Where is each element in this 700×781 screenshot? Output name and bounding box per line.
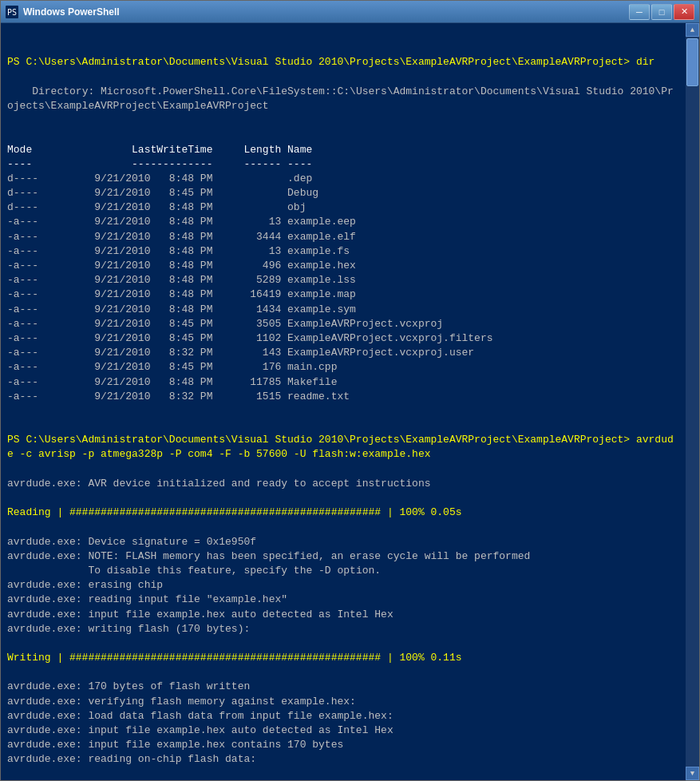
terminal-line <box>7 665 679 680</box>
window-title: Windows PowerShell <box>23 6 629 18</box>
terminal-line: avrdude.exe: NOTE: FLASH memory has been… <box>7 549 679 564</box>
terminal-line: Directory: Microsoft.PowerShell.Core\Fil… <box>7 85 679 113</box>
terminal-line: avrdude.exe: reading on-chip flash data: <box>7 752 679 767</box>
terminal-line: avrdude.exe: 170 bytes of flash written <box>7 680 679 694</box>
terminal-line <box>7 128 679 142</box>
terminal-container: PS C:\Users\Administrator\Documents\Visu… <box>1 23 699 780</box>
terminal-line: avrdude.exe: writing flash (170 bytes): <box>7 622 679 636</box>
app-icon: PS <box>6 6 18 18</box>
powershell-window: PS Windows PowerShell ─ □ ✕ PS C:\Users\… <box>0 0 700 781</box>
terminal-line: ---- ------------- ------ ---- <box>7 157 679 172</box>
terminal-line: -a--- 9/21/2010 8:48 PM 13 example.fs <box>7 244 679 259</box>
terminal-line <box>7 418 679 433</box>
terminal-line <box>7 113 679 128</box>
terminal-line: -a--- 9/21/2010 8:32 PM 1515 readme.txt <box>7 390 679 404</box>
terminal-line: -a--- 9/21/2010 8:48 PM 496 example.hex <box>7 259 679 273</box>
terminal-line: -a--- 9/21/2010 8:32 PM 143 ExampleAVRPr… <box>7 346 679 360</box>
terminal-line: avrdude.exe: AVR device initialized and … <box>7 477 679 491</box>
minimize-button[interactable]: ─ <box>629 4 650 20</box>
terminal-line: -a--- 9/21/2010 8:48 PM 16419 example.ma… <box>7 287 679 302</box>
terminal-line: d---- 9/21/2010 8:45 PM Debug <box>7 186 679 200</box>
terminal-line: avrdude.exe: verifying flash memory agai… <box>7 695 679 709</box>
terminal-line: avrdude.exe: load data flash data from i… <box>7 709 679 724</box>
scroll-down-button[interactable]: ▼ <box>686 767 699 780</box>
terminal-line: -a--- 9/21/2010 8:48 PM 11785 Makefile <box>7 375 679 390</box>
terminal-line <box>7 462 679 477</box>
terminal-line: d---- 9/21/2010 8:48 PM obj <box>7 200 679 215</box>
terminal-line: avrdude.exe: erasing chip <box>7 578 679 593</box>
terminal-line: -a--- 9/21/2010 8:48 PM 13 example.eep <box>7 215 679 229</box>
terminal-line: -a--- 9/21/2010 8:48 PM 3444 example.elf <box>7 230 679 244</box>
terminal-line: avrdude.exe: input file example.hex cont… <box>7 738 679 752</box>
terminal-line: avrdude.exe: reading input file "example… <box>7 593 679 607</box>
titlebar: PS Windows PowerShell ─ □ ✕ <box>1 1 699 23</box>
close-button[interactable]: ✕ <box>674 4 694 20</box>
terminal-line <box>7 70 679 85</box>
terminal-line: avrdude.exe: input file example.hex auto… <box>7 724 679 738</box>
terminal-line: PS C:\Users\Administrator\Documents\Visu… <box>7 433 679 462</box>
terminal-line: -a--- 9/21/2010 8:45 PM 1102 ExampleAVRP… <box>7 331 679 346</box>
terminal-line <box>7 520 679 534</box>
terminal-line: Reading | ##############################… <box>7 505 679 520</box>
terminal-line: avrdude.exe: Device signature = 0x1e950f <box>7 535 679 549</box>
terminal-line <box>7 767 679 780</box>
svg-text:PS: PS <box>7 8 17 17</box>
terminal-line <box>7 404 679 418</box>
terminal-line: -a--- 9/21/2010 8:48 PM 1434 example.sym <box>7 303 679 317</box>
terminal-line: avrdude.exe: input file example.hex auto… <box>7 608 679 622</box>
terminal-line: Writing | ##############################… <box>7 651 679 665</box>
terminal-output[interactable]: PS C:\Users\Administrator\Documents\Visu… <box>1 23 686 780</box>
scroll-up-button[interactable]: ▲ <box>686 23 699 37</box>
scrollbar-thumb[interactable] <box>686 38 698 86</box>
terminal-line <box>7 636 679 651</box>
terminal-line: -a--- 9/21/2010 8:45 PM 3505 ExampleAVRP… <box>7 317 679 331</box>
terminal-line: To disable this feature, specify the -D … <box>7 564 679 578</box>
maximize-button[interactable]: □ <box>651 4 672 20</box>
scrollbar-space <box>686 88 699 767</box>
terminal-line: d---- 9/21/2010 8:48 PM .dep <box>7 172 679 186</box>
terminal-line <box>7 491 679 505</box>
scrollbar[interactable]: ▲ ▼ <box>686 23 699 780</box>
terminal-line: PS C:\Users\Administrator\Documents\Visu… <box>7 55 679 69</box>
terminal-line: Mode LastWriteTime Length Name <box>7 143 679 157</box>
window-controls: ─ □ ✕ <box>629 4 694 20</box>
terminal-line: -a--- 9/21/2010 8:45 PM 176 main.cpp <box>7 360 679 375</box>
terminal-line: -a--- 9/21/2010 8:48 PM 5289 example.lss <box>7 273 679 287</box>
